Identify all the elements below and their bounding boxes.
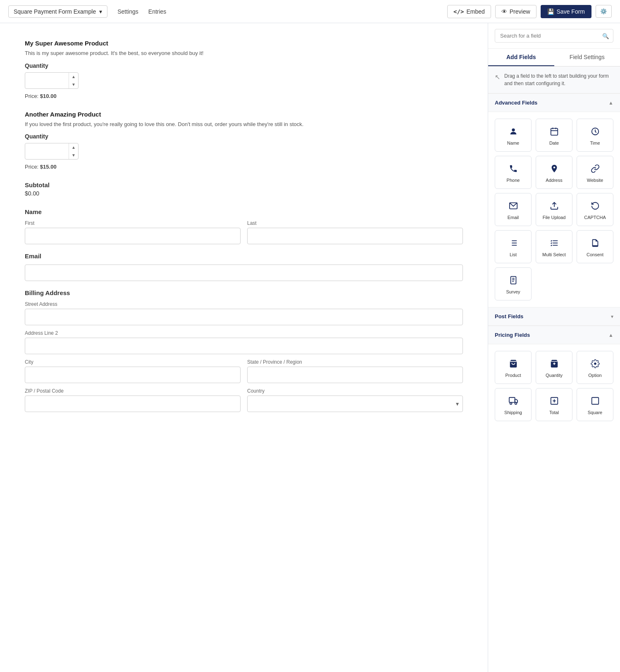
city-input[interactable]: [25, 367, 241, 383]
field-tile-address[interactable]: Address: [536, 156, 572, 189]
field-tile-total[interactable]: Total: [536, 388, 572, 421]
subtotal-title: Subtotal: [25, 181, 463, 188]
cursor-icon: ↖: [495, 73, 500, 81]
product-2-block: Another Amazing Product If you loved the…: [25, 111, 463, 170]
product-2-desc: If you loved the first product, you're r…: [25, 120, 463, 129]
advanced-fields-header[interactable]: Advanced Fields ▲: [488, 93, 620, 112]
field-tile-quantity[interactable]: Quantity: [536, 351, 572, 384]
field-tile-survey[interactable]: Survey: [495, 267, 532, 300]
file-upload-field-icon: [550, 201, 559, 212]
state-label: State / Province / Region: [247, 359, 463, 365]
country-select[interactable]: [247, 396, 463, 412]
preview-button[interactable]: 👁 Preview: [495, 5, 537, 18]
product-1-spin-down[interactable]: ▼: [69, 81, 78, 88]
field-tile-square[interactable]: Square: [577, 388, 613, 421]
field-tile-consent[interactable]: Consent: [577, 230, 613, 263]
shipping-field-label: Shipping: [504, 410, 522, 415]
consent-field-icon: [591, 238, 600, 250]
name-group: Name First Last: [25, 208, 463, 244]
address2-label: Address Line 2: [25, 330, 463, 336]
field-tile-list[interactable]: List: [495, 230, 532, 263]
product-2-spin-down[interactable]: ▼: [69, 151, 78, 159]
svg-point-26: [510, 402, 512, 404]
save-label: Save Form: [557, 8, 585, 15]
svg-rect-31: [591, 397, 599, 404]
save-form-button[interactable]: 💾 Save Form: [541, 5, 591, 18]
name-section-label: Name: [25, 208, 463, 215]
pricing-fields-header[interactable]: Pricing Fields ▲: [488, 326, 620, 344]
last-name-input[interactable]: [247, 228, 463, 244]
pricing-fields-section: Pricing Fields ▲ Product Quantity: [488, 326, 620, 428]
field-tile-phone[interactable]: Phone: [495, 156, 532, 189]
first-name-input[interactable]: [25, 228, 241, 244]
city-label: City: [25, 359, 241, 365]
gear-button[interactable]: ⚙️: [596, 5, 612, 18]
product-field-label: Product: [506, 373, 521, 378]
post-fields-header[interactable]: Post Fields ▾: [488, 307, 620, 326]
zip-country-row: ZIP / Postal Code Country ▾: [25, 388, 463, 412]
street-input[interactable]: [25, 309, 463, 325]
shipping-field-icon: [509, 396, 518, 407]
product-field-icon: [509, 359, 518, 370]
svg-rect-24: [509, 397, 515, 402]
survey-field-icon: [509, 276, 518, 287]
name-field-row: First Last: [25, 220, 463, 244]
search-icon-button[interactable]: 🔍: [602, 33, 609, 39]
search-input[interactable]: [495, 29, 613, 43]
tab-add-fields[interactable]: Add Fields: [488, 49, 554, 66]
field-tile-time[interactable]: Time: [577, 119, 613, 152]
product-1-price: Price: $10.00: [25, 93, 463, 99]
product-1-spin-up[interactable]: ▲: [69, 73, 78, 81]
field-tile-file-upload[interactable]: File Upload: [536, 193, 572, 226]
state-input[interactable]: [247, 367, 463, 383]
svg-point-0: [512, 128, 515, 131]
field-tile-product[interactable]: Product: [495, 351, 532, 384]
pricing-fields-chevron-icon: ▲: [608, 332, 613, 338]
zip-input[interactable]: [25, 396, 241, 412]
product-1-qty-label: Quantity: [25, 62, 463, 69]
subtotal-section: Subtotal $0.00: [25, 181, 463, 197]
email-field-icon: [509, 201, 518, 212]
field-tile-name[interactable]: Name: [495, 119, 532, 152]
list-field-label: List: [510, 252, 517, 257]
field-tile-shipping[interactable]: Shipping: [495, 388, 532, 421]
name-field-label: Name: [507, 141, 519, 145]
date-field-icon: [550, 127, 559, 138]
tab-field-settings[interactable]: Field Settings: [554, 49, 620, 66]
last-name-col: Last: [247, 220, 463, 244]
search-bar: 🔍: [488, 23, 620, 49]
total-field-label: Total: [549, 410, 559, 415]
preview-eye-icon: 👁: [501, 8, 507, 15]
top-nav: Square Payment Form Example ▾ Settings E…: [0, 0, 620, 23]
field-tile-captcha[interactable]: CAPTCHA: [577, 193, 613, 226]
entries-link[interactable]: Entries: [148, 7, 167, 17]
country-label: Country: [247, 388, 463, 394]
field-tile-website[interactable]: Website: [577, 156, 613, 189]
consent-field-label: Consent: [587, 252, 603, 257]
field-tile-option[interactable]: Option: [577, 351, 613, 384]
save-icon: 💾: [547, 8, 554, 15]
multi-select-field-label: Multi Select: [542, 252, 566, 257]
embed-button[interactable]: </> Embed: [447, 5, 491, 18]
field-tile-multi-select[interactable]: Multi Select: [536, 230, 572, 263]
product-2-qty-wrap: ▲ ▼: [25, 143, 79, 160]
survey-field-label: Survey: [506, 289, 520, 294]
square-field-icon: [591, 396, 600, 407]
product-2-spin-up[interactable]: ▲: [69, 143, 78, 151]
product-2-qty-label: Quantity: [25, 133, 463, 140]
field-tile-date[interactable]: Date: [536, 119, 572, 152]
embed-code-icon: </>: [453, 8, 464, 15]
post-fields-title: Post Fields: [495, 313, 523, 319]
panel-tabs: Add Fields Field Settings: [488, 49, 620, 67]
email-group: Email: [25, 253, 463, 281]
settings-link[interactable]: Settings: [117, 7, 138, 17]
field-tile-email[interactable]: Email: [495, 193, 532, 226]
product-2-price: Price: $15.00: [25, 164, 463, 170]
email-input[interactable]: [25, 265, 463, 281]
address2-input[interactable]: [25, 338, 463, 354]
form-selector[interactable]: Square Payment Form Example ▾: [8, 5, 107, 18]
captcha-field-label: CAPTCHA: [584, 215, 606, 220]
advanced-fields-grid: Name Date Time: [488, 112, 620, 307]
total-field-icon: [550, 396, 559, 407]
option-field-icon: [591, 359, 600, 370]
